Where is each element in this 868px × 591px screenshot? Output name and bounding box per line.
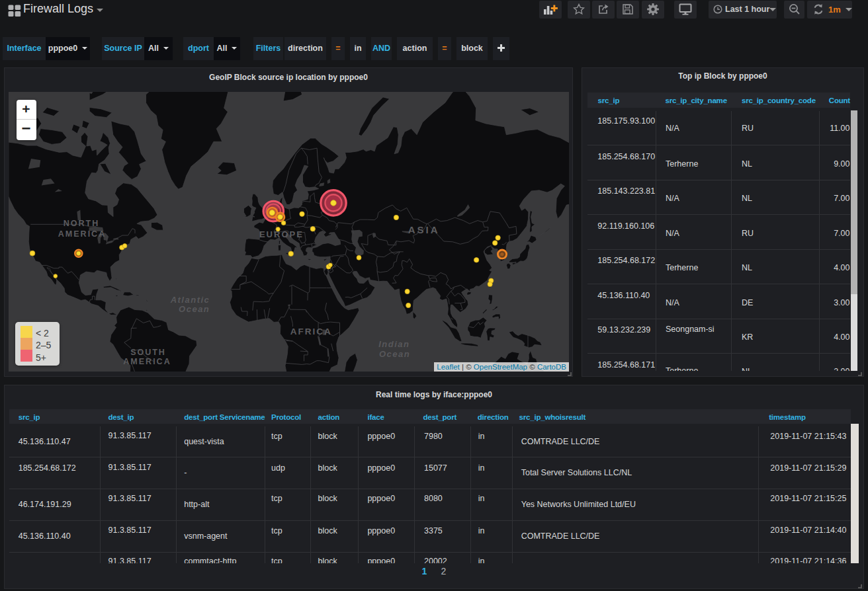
svg-text:AMERICA: AMERICA bbox=[123, 357, 171, 366]
svg-text:Indian: Indian bbox=[378, 339, 410, 349]
svg-text:SOUTH: SOUTH bbox=[130, 348, 166, 357]
svg-text:AFRICA: AFRICA bbox=[290, 327, 332, 336]
svg-text:EUROPE: EUROPE bbox=[259, 229, 304, 239]
svg-text:Atlantic: Atlantic bbox=[170, 295, 210, 305]
svg-text:ASIA: ASIA bbox=[408, 224, 440, 235]
svg-text:NORTH: NORTH bbox=[64, 219, 99, 228]
svg-text:Ocean: Ocean bbox=[179, 304, 210, 314]
svg-text:AMERICA: AMERICA bbox=[58, 229, 106, 239]
svg-text:Ocean: Ocean bbox=[379, 349, 410, 359]
